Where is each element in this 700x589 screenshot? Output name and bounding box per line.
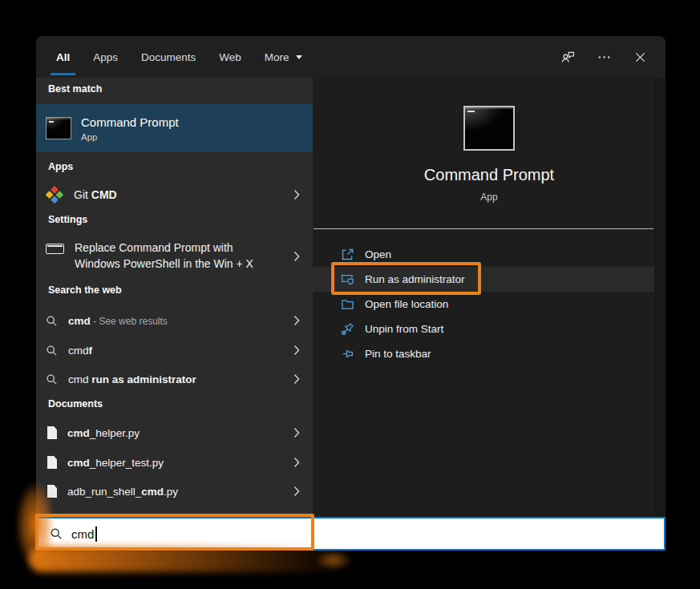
command-prompt-icon: [46, 117, 71, 139]
git-icon: [46, 186, 63, 204]
tab-web-label: Web: [219, 51, 241, 63]
command-prompt-large-icon: [463, 106, 515, 151]
scrollbar-track[interactable]: [654, 78, 666, 517]
search-icon: [46, 345, 58, 357]
action-label: Open file location: [365, 298, 448, 310]
close-icon[interactable]: [632, 49, 648, 65]
result-label: Replace Command Prompt with Windows Powe…: [75, 240, 253, 272]
chevron-right-icon[interactable]: [293, 427, 300, 438]
tab-documents[interactable]: Documents: [140, 36, 197, 78]
chevron-right-icon[interactable]: [293, 373, 300, 385]
action-label: Unpin from Start: [365, 323, 443, 335]
action-unpin-from-start[interactable]: Unpin from Start: [313, 317, 654, 341]
tab-apps-label: Apps: [93, 51, 118, 63]
search-icon: [50, 527, 63, 540]
preview-subtitle: App: [313, 192, 666, 203]
result-command-prompt[interactable]: Command Prompt App: [36, 104, 313, 152]
chevron-right-icon[interactable]: [293, 457, 300, 468]
context-actions: Open Run as administrator Open file loca…: [313, 242, 654, 366]
best-match-text: Command Prompt App: [81, 115, 179, 142]
more-options-icon[interactable]: [596, 49, 612, 65]
preview-title: Command Prompt: [313, 166, 666, 184]
result-label: cmd_helper_test.py: [67, 457, 164, 469]
settings-window-icon: [46, 244, 64, 254]
screenshot-stage: All Apps Documents Web More: [0, 0, 700, 589]
text-cursor: [95, 526, 97, 542]
section-search-the-web: Search the web: [48, 284, 122, 296]
document-icon: [47, 456, 57, 469]
result-label: Git CMD: [74, 188, 117, 201]
tab-all[interactable]: All: [55, 36, 71, 78]
section-best-match: Best match: [48, 83, 102, 95]
header-actions: [560, 36, 648, 78]
unpin-icon: [341, 322, 354, 336]
pin-icon: [341, 347, 354, 361]
search-query-text: cmd: [71, 527, 94, 541]
chevron-right-icon[interactable]: [293, 251, 300, 262]
search-header: All Apps Documents Web More: [36, 36, 666, 78]
feedback-icon[interactable]: [560, 49, 576, 65]
action-label: Pin to taskbar: [365, 348, 431, 360]
chevron-right-icon[interactable]: [293, 315, 300, 326]
section-apps: Apps: [48, 161, 73, 172]
action-run-as-administrator[interactable]: Run as administrator: [313, 267, 654, 292]
preview-divider: [314, 228, 653, 229]
result-doc-cmd-helper[interactable]: cmd_helper.py: [36, 421, 313, 445]
chevron-right-icon[interactable]: [293, 345, 300, 356]
result-git-cmd[interactable]: Git CMD: [36, 180, 313, 210]
section-settings: Settings: [48, 214, 87, 225]
action-open-file-location[interactable]: Open file location: [313, 292, 654, 317]
orange-glow-smudge: [314, 550, 353, 571]
document-icon: [47, 426, 57, 439]
results-panel: Best match Command Prompt App Apps Git C…: [36, 78, 313, 517]
best-match-subtitle: App: [81, 132, 179, 142]
search-flyout-window: All Apps Documents Web More: [36, 36, 666, 551]
tab-documents-label: Documents: [141, 51, 196, 63]
open-icon: [341, 248, 354, 261]
search-filter-tabs: All Apps Documents Web More: [55, 36, 304, 78]
chevron-down-icon: [296, 55, 302, 59]
result-label: cmdf: [68, 345, 92, 357]
tab-apps[interactable]: Apps: [91, 36, 119, 78]
document-icon: [47, 485, 57, 498]
result-web-cmdf[interactable]: cmdf: [36, 338, 313, 362]
result-label: cmd_helper.py: [67, 427, 140, 439]
best-match-title: Command Prompt: [81, 115, 179, 129]
search-icon: [46, 315, 58, 327]
result-label: adb_run_shell_cmd.py: [67, 486, 178, 498]
tab-all-label: All: [56, 51, 70, 63]
action-label: Run as administrator: [365, 273, 465, 285]
section-documents: Documents: [48, 398, 103, 409]
file-location-icon: [341, 297, 354, 311]
action-pin-to-taskbar[interactable]: Pin to taskbar: [313, 341, 654, 366]
preview-panel: Command Prompt App Open Run as administr…: [313, 78, 666, 517]
result-doc-cmd-helper-test[interactable]: cmd_helper_test.py: [36, 450, 313, 474]
tab-more-label: More: [265, 51, 289, 63]
search-input[interactable]: cmd: [36, 517, 666, 551]
action-open[interactable]: Open: [313, 242, 654, 267]
search-icon: [46, 373, 58, 385]
action-label: Open: [365, 248, 391, 260]
result-label: cmd - See web results: [68, 315, 168, 327]
tab-web[interactable]: Web: [217, 36, 243, 78]
chevron-right-icon[interactable]: [293, 486, 300, 497]
result-label: cmd run as administrator: [68, 373, 196, 385]
tab-more[interactable]: More: [263, 36, 304, 78]
result-web-cmd[interactable]: cmd - See web results: [36, 309, 313, 333]
admin-shield-icon: [341, 272, 354, 286]
result-web-cmd-run-as-administrator[interactable]: cmd run as administrator: [36, 367, 313, 391]
result-replace-powershell[interactable]: Replace Command Prompt with Windows Powe…: [36, 234, 313, 279]
result-doc-adb-run-shell-cmd[interactable]: adb_run_shell_cmd.py: [36, 479, 313, 503]
chevron-right-icon[interactable]: [293, 189, 300, 200]
